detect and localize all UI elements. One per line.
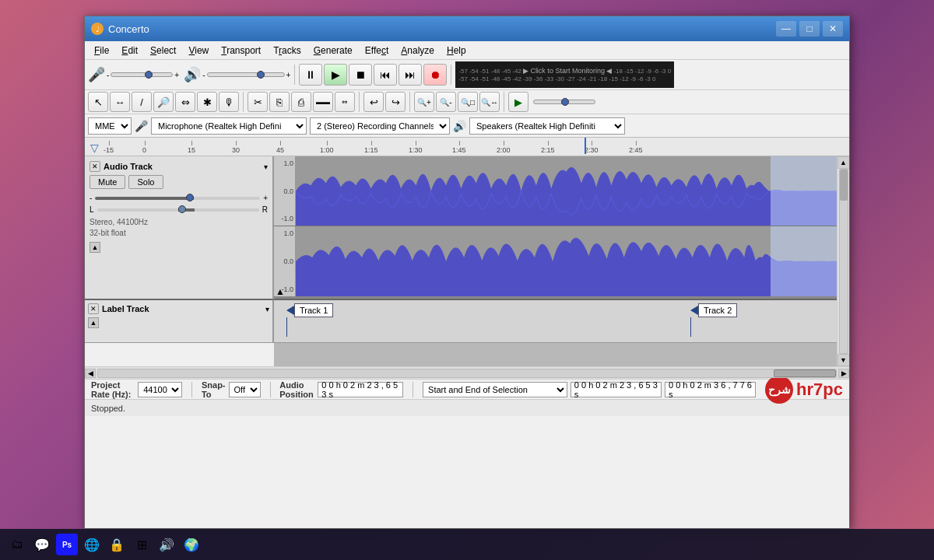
play-speed-button[interactable]: ▶ bbox=[508, 92, 528, 112]
label1[interactable]: Track 1 bbox=[286, 303, 333, 337]
menu-effect[interactable]: Effect bbox=[359, 44, 395, 58]
label-track-close[interactable]: ✕ bbox=[88, 303, 99, 314]
menu-tracks[interactable]: Tracks bbox=[267, 44, 307, 58]
vscrollbar[interactable]: ▲ ▼ bbox=[837, 156, 849, 366]
api-select[interactable]: MME bbox=[88, 117, 132, 135]
undo-button[interactable]: ↩ bbox=[363, 92, 384, 112]
output-level-slider[interactable] bbox=[207, 72, 285, 77]
zoom-tool[interactable]: 🔎 bbox=[153, 92, 174, 112]
zoom-sel-button[interactable]: 🔍□ bbox=[458, 92, 478, 112]
menu-edit[interactable]: Edit bbox=[115, 44, 144, 58]
vscroll-down[interactable]: ▼ bbox=[837, 354, 850, 366]
stop-button[interactable]: ⏹ bbox=[349, 64, 372, 86]
collapse-track-button[interactable]: ▲ bbox=[90, 242, 100, 253]
taskbar-photoshop[interactable]: Ps bbox=[56, 534, 78, 555]
hscroll-track[interactable] bbox=[97, 369, 837, 378]
taskbar-whatsapp[interactable]: 💬 bbox=[31, 534, 53, 555]
menu-help[interactable]: Help bbox=[441, 44, 472, 58]
waveform-scroll: 1.0 0.0 -1.0 bbox=[274, 156, 849, 366]
input-mic-icon: 🎤 bbox=[135, 120, 148, 132]
audio-waveform[interactable]: 1.0 0.0 -1.0 bbox=[274, 156, 837, 300]
ruler-ticks[interactable]: -15 0 15 30 45 1:00 1:15 1:30 1:45 2:00 … bbox=[104, 138, 849, 154]
solo-button[interactable]: Solo bbox=[128, 175, 163, 189]
copy-button[interactable]: ⎘ bbox=[269, 92, 290, 112]
hscroll-thumb[interactable] bbox=[774, 369, 836, 377]
maximize-button[interactable]: □ bbox=[799, 21, 820, 37]
zoom-fit-button[interactable]: 🔍↔ bbox=[479, 92, 500, 112]
gain-slider[interactable] bbox=[95, 197, 260, 200]
vscroll-thumb[interactable] bbox=[840, 170, 848, 201]
playhead[interactable] bbox=[585, 138, 586, 154]
skip-start-button[interactable]: ⏮ bbox=[374, 64, 397, 86]
window-title: Concerto bbox=[108, 23, 776, 35]
select-tool[interactable]: ↖ bbox=[88, 92, 108, 112]
taskbar-lock[interactable]: 🔒 bbox=[106, 534, 128, 555]
hscrollbar[interactable]: ◀ ▶ bbox=[85, 366, 849, 379]
timeline-ruler[interactable]: ▽ -15 0 15 30 45 1:00 1:15 1:30 1:45 2:0… bbox=[85, 138, 849, 156]
menu-file[interactable]: File bbox=[88, 44, 115, 58]
skip-end-button[interactable]: ⏭ bbox=[399, 64, 422, 86]
ruler-arrow[interactable]: ▽ bbox=[85, 142, 104, 154]
vscroll-up[interactable]: ▲ bbox=[837, 156, 850, 169]
taskbar-windows[interactable]: ⊞ bbox=[131, 534, 153, 555]
tick--15: -15 bbox=[104, 146, 114, 154]
menu-view[interactable]: View bbox=[182, 44, 215, 58]
taskbar-sound[interactable]: 🔊 bbox=[156, 534, 177, 555]
paste-button[interactable]: ⎙ bbox=[291, 92, 311, 112]
zoom-in-button[interactable]: 🔍+ bbox=[414, 92, 434, 112]
channels-select[interactable]: 2 (Stereo) Recording Channels bbox=[310, 117, 450, 135]
click-monitor[interactable]: ▶ Click to Start Monitoring ◀ bbox=[523, 67, 613, 75]
label-track-wf[interactable]: Track 1 Track 2 bbox=[274, 300, 837, 343]
device-toolbar: MME 🎤 Microphone (Realtek High Defini 2 … bbox=[85, 114, 849, 138]
vu-meter[interactable]: -57 -54 -51 -48 -45 -42 ▶ Click to Start… bbox=[455, 61, 674, 88]
label2-flag bbox=[690, 306, 698, 315]
pause-button[interactable]: ⏸ bbox=[299, 64, 322, 86]
taskbar: 🗂 💬 Ps 🌐 🔒 ⊞ 🔊 🌍 bbox=[0, 529, 934, 560]
taskbar-chrome[interactable]: 🌐 bbox=[81, 534, 103, 555]
logo-badge: شرح bbox=[765, 376, 793, 404]
gain-plus: + bbox=[263, 194, 268, 202]
speaker-icon[interactable]: 🔊 bbox=[184, 66, 201, 83]
audio-track-dropdown[interactable]: ▾ bbox=[264, 163, 268, 171]
vscroll-track[interactable] bbox=[839, 169, 848, 354]
pan-slider[interactable] bbox=[97, 208, 259, 212]
mic-tool[interactable]: 🎙 bbox=[219, 92, 239, 112]
menu-select[interactable]: Select bbox=[144, 44, 182, 58]
waveform-svg-ch2 bbox=[296, 226, 837, 296]
project-rate-select[interactable]: 44100 bbox=[138, 382, 182, 397]
label2[interactable]: Track 2 bbox=[690, 303, 737, 337]
draw-tool[interactable]: / bbox=[132, 92, 152, 112]
record-button[interactable]: ⏺ bbox=[423, 64, 447, 86]
envelope-tool[interactable]: ↔ bbox=[110, 92, 130, 112]
minimize-button[interactable]: — bbox=[776, 21, 796, 37]
menu-analyze[interactable]: Analyze bbox=[395, 44, 441, 58]
taskbar-browser[interactable]: 🌍 bbox=[181, 534, 202, 555]
close-button[interactable]: ✕ bbox=[823, 21, 843, 37]
collapse-label-button[interactable]: ▲ bbox=[88, 317, 99, 328]
input-level-slider[interactable] bbox=[111, 72, 173, 77]
label-track-dropdown[interactable]: ▾ bbox=[265, 305, 269, 313]
silence-button[interactable]: ▬▬ bbox=[313, 92, 333, 112]
play-button[interactable]: ▶ bbox=[324, 64, 347, 86]
mute-button[interactable]: Mute bbox=[90, 175, 125, 189]
menubar: File Edit Select View Transport Tracks G… bbox=[85, 41, 849, 60]
speed-slider[interactable] bbox=[533, 100, 595, 104]
hscroll-left[interactable]: ◀ bbox=[85, 369, 96, 378]
track-info: Stereo, 44100Hz32-bit float bbox=[90, 217, 268, 239]
menu-generate[interactable]: Generate bbox=[307, 44, 359, 58]
timeshift-tool[interactable]: ⇔ bbox=[175, 92, 195, 112]
output-device-select[interactable]: Speakers (Realtek High Definiti bbox=[469, 117, 625, 135]
snap-to-select[interactable]: Off bbox=[229, 382, 261, 397]
input-device-select[interactable]: Microphone (Realtek High Defini bbox=[151, 117, 307, 135]
cut-button[interactable]: ✂ bbox=[248, 92, 268, 112]
audio-track-close[interactable]: ✕ bbox=[90, 161, 100, 172]
mic-icon[interactable]: 🎤 bbox=[88, 66, 105, 83]
audio-collapse-arrow[interactable]: ▲ bbox=[276, 286, 285, 297]
multi-tool[interactable]: ✱ bbox=[197, 92, 217, 112]
selection-mode-select[interactable]: Start and End of Selection bbox=[423, 382, 567, 397]
zoom-out-button[interactable]: 🔍- bbox=[436, 92, 456, 112]
trim-button[interactable]: ⇔ bbox=[335, 92, 355, 112]
taskbar-files[interactable]: 🗂 bbox=[6, 534, 28, 555]
menu-transport[interactable]: Transport bbox=[215, 44, 267, 58]
redo-button[interactable]: ↪ bbox=[385, 92, 406, 112]
